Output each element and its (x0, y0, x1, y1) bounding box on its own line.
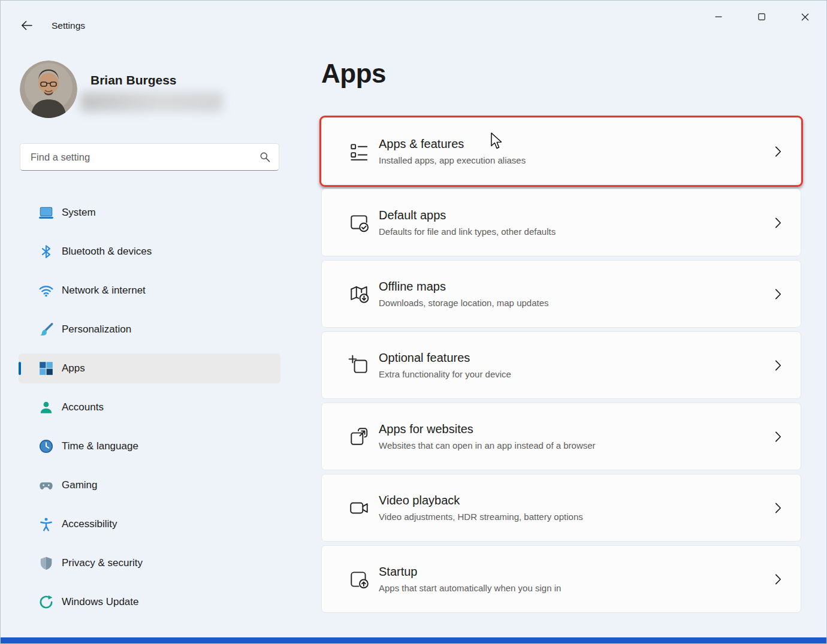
card-subtitle: Extra functionality for your device (379, 369, 511, 379)
window-controls (697, 1, 826, 33)
startup-icon (348, 569, 370, 590)
sidebar-item-gaming[interactable]: Gaming (19, 470, 280, 500)
window-title: Settings (52, 20, 85, 31)
back-arrow-icon (21, 20, 32, 31)
windows-update-icon (38, 594, 54, 610)
card-apps-for-websites[interactable]: Apps for websites Websites that can open… (321, 403, 801, 470)
sidebar-item-label: Gaming (62, 479, 98, 491)
bottom-accent-bar (1, 637, 826, 643)
profile-email-redacted (80, 92, 223, 112)
card-subtitle: Websites that can open in an app instead… (379, 440, 596, 451)
chevron-right-icon (775, 359, 781, 371)
sidebar-item-windows-update[interactable]: Windows Update (19, 587, 280, 617)
privacy-security-icon (38, 555, 54, 571)
search-icon[interactable] (260, 152, 270, 162)
card-default-apps[interactable]: Default apps Defaults for file and link … (321, 189, 801, 256)
accessibility-icon (38, 516, 54, 532)
personalization-icon (38, 322, 54, 337)
card-text: Optional features Extra functionality fo… (379, 351, 553, 379)
default-apps-icon (348, 212, 370, 234)
sidebar-item-label: Windows Update (62, 596, 139, 608)
card-startup[interactable]: Startup Apps that start automatically wh… (321, 545, 801, 613)
system-icon (38, 205, 54, 220)
card-text: Offline maps Downloads, storage location… (379, 280, 591, 308)
sidebar-item-label: Privacy & security (62, 557, 143, 569)
titlebar: Settings (1, 1, 826, 38)
search-box (20, 143, 279, 171)
page-title: Apps (321, 59, 386, 89)
sidebar-item-label: Network & internet (62, 285, 146, 297)
card-subtitle: Video adjustments, HDR streaming, batter… (379, 512, 583, 522)
bluetooth-icon (38, 244, 54, 259)
close-button[interactable] (783, 1, 826, 33)
card-text: Video playback Video adjustments, HDR st… (379, 494, 625, 522)
gaming-icon (38, 477, 54, 493)
sidebar-item-label: Personalization (62, 323, 131, 335)
sidebar-item-network-internet[interactable]: Network & internet (19, 276, 280, 306)
sidebar-item-label: System (62, 207, 96, 219)
back-button[interactable] (15, 15, 38, 35)
close-icon (801, 13, 809, 21)
sidebar-item-apps[interactable]: Apps (19, 353, 280, 383)
search-input[interactable] (20, 144, 279, 170)
apps-for-websites-icon (348, 426, 370, 448)
card-subtitle: Downloads, storage location, map updates (379, 298, 549, 308)
card-subtitle: Apps that start automatically when you s… (379, 583, 561, 593)
card-text: Default apps Defaults for file and link … (379, 208, 597, 237)
sidebar-item-label: Accessibility (62, 518, 117, 530)
chevron-right-icon (775, 146, 781, 157)
chevron-right-icon (775, 502, 781, 513)
sidebar-item-system[interactable]: System (19, 198, 280, 228)
sidebar-item-accounts[interactable]: Accounts (19, 392, 280, 422)
time-language-icon (38, 439, 54, 454)
sidebar-item-accessibility[interactable]: Accessibility (19, 509, 280, 539)
apps-icon (38, 361, 54, 376)
network-icon (38, 283, 54, 298)
apps-features-icon (348, 141, 370, 162)
minimize-button[interactable] (697, 1, 740, 33)
accounts-icon (38, 400, 54, 415)
card-title: Apps & features (379, 137, 526, 151)
offline-maps-icon (348, 283, 370, 305)
chevron-right-icon (775, 217, 781, 228)
card-subtitle: Defaults for file and link types, other … (379, 226, 556, 237)
card-text: Apps & features Installed apps, app exec… (379, 137, 568, 165)
card-optional-features[interactable]: Optional features Extra functionality fo… (321, 331, 801, 399)
sidebar-item-privacy-security[interactable]: Privacy & security (19, 548, 280, 578)
user-profile[interactable]: Brian Burgess (20, 61, 283, 118)
sidebar-item-time-language[interactable]: Time & language (19, 431, 280, 461)
sidebar-item-bluetooth-devices[interactable]: Bluetooth & devices (19, 237, 280, 267)
maximize-icon (758, 13, 765, 20)
settings-window: { "window": { "title": "Settings", "cont… (0, 0, 827, 644)
card-title: Default apps (379, 208, 556, 222)
card-text: Apps for websites Websites that can open… (379, 422, 638, 451)
profile-name: Brian Burgess (90, 73, 177, 87)
optional-features-icon (348, 355, 370, 376)
sidebar-item-personalization[interactable]: Personalization (19, 315, 280, 344)
minimize-icon (715, 13, 722, 20)
avatar (20, 61, 77, 118)
card-title: Startup (379, 565, 561, 579)
card-apps-features[interactable]: Apps & features Installed apps, app exec… (321, 117, 801, 185)
chevron-right-icon (775, 573, 781, 585)
settings-cards: Apps & features Installed apps, app exec… (321, 117, 801, 616)
card-video-playback[interactable]: Video playback Video adjustments, HDR st… (321, 474, 801, 542)
chevron-right-icon (775, 288, 781, 300)
sidebar-item-label: Accounts (62, 401, 104, 413)
card-text: Startup Apps that start automatically wh… (379, 565, 603, 593)
maximize-button[interactable] (740, 1, 783, 33)
card-title: Offline maps (379, 280, 549, 294)
card-subtitle: Installed apps, app execution aliases (379, 155, 526, 165)
sidebar-nav: System Bluetooth & devices Network & int… (19, 198, 280, 626)
card-title: Apps for websites (379, 422, 596, 436)
sidebar-item-label: Time & language (62, 440, 138, 452)
sidebar-item-label: Apps (62, 362, 85, 374)
sidebar-item-label: Bluetooth & devices (62, 246, 152, 258)
card-offline-maps[interactable]: Offline maps Downloads, storage location… (321, 260, 801, 328)
card-title: Video playback (379, 494, 583, 507)
card-title: Optional features (379, 351, 511, 365)
chevron-right-icon (775, 431, 781, 442)
video-playback-icon (348, 497, 370, 519)
